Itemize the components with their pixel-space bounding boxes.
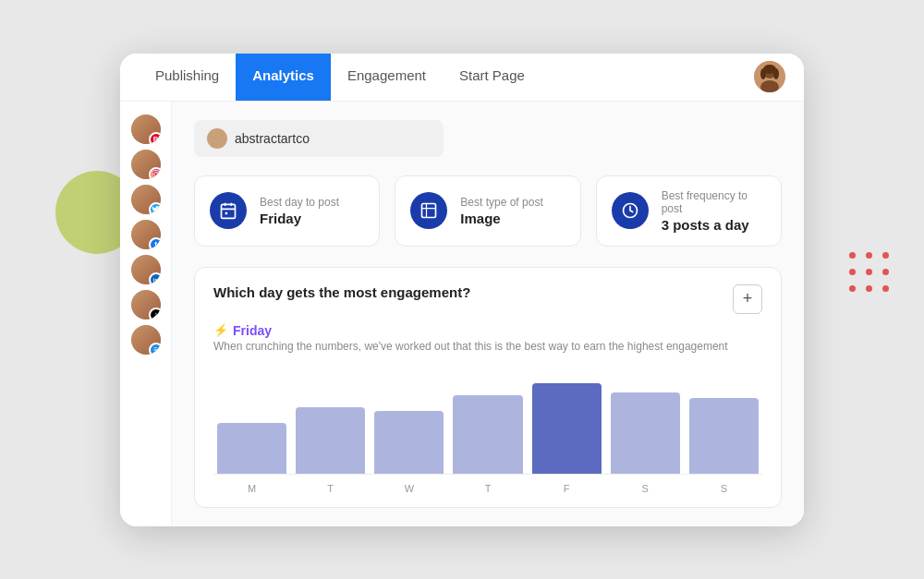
instagram-badge: [149, 167, 161, 179]
bar-group: [217, 364, 286, 474]
stat-value-best-type: Image: [460, 211, 542, 226]
stat-value-best-freq: 3 posts a day: [662, 217, 766, 233]
svg-rect-13: [225, 212, 228, 215]
stat-info-best-freq: Best frequency to post 3 posts a day: [662, 189, 766, 233]
bar-label-T: T: [296, 483, 365, 494]
account-avatar-small: [207, 128, 227, 149]
tab-engagement[interactable]: Engagement: [331, 54, 443, 102]
tiktok-badge: ♪: [149, 308, 161, 320]
stat-info-best-day: Best day to post Friday: [260, 196, 339, 226]
account-name: abstractartco: [235, 131, 310, 146]
lightning-icon: ⚡: [213, 323, 228, 337]
stat-card-best-freq: Best frequency to post 3 posts a day: [596, 175, 782, 247]
sidebar-item-tiktok[interactable]: ♪: [131, 290, 161, 320]
bar-label-S: S: [689, 483, 759, 494]
stat-label-best-freq: Best frequency to post: [662, 189, 766, 215]
bar-group: [296, 364, 365, 474]
sidebar-item-pinterest[interactable]: P: [131, 115, 161, 144]
tab-start-page[interactable]: Start Page: [443, 54, 541, 102]
bar-label-S: S: [611, 483, 680, 494]
bar-S-5: [611, 392, 680, 474]
chart-title: Which day gets the most engagement?: [213, 284, 470, 300]
tab-publishing[interactable]: Publishing: [139, 54, 236, 102]
chart-section: Which day gets the most engagement? + ⚡ …: [194, 267, 782, 508]
account-selector[interactable]: abstractartco: [194, 120, 444, 157]
buffer-badge: ≡: [149, 343, 161, 355]
bg-dots: [846, 249, 892, 295]
bar-M-0: [217, 423, 286, 474]
svg-point-4: [760, 68, 766, 79]
stat-card-best-day: Best day to post Friday: [194, 175, 380, 247]
pinterest-badge: P: [149, 132, 161, 144]
bar-label-W: W: [374, 483, 444, 494]
sidebar-item-twitter[interactable]: [131, 185, 161, 214]
image-icon: [410, 192, 447, 229]
sidebar-item-linkedin[interactable]: in: [131, 255, 161, 284]
calendar-icon: [210, 192, 247, 229]
chart-highlight: ⚡ Friday When crunching the numbers, we'…: [213, 323, 762, 353]
clock-icon: [612, 192, 649, 229]
bar-S-6: [689, 398, 759, 474]
main-layout: P: [120, 102, 804, 526]
stat-info-best-type: Best type of post Image: [460, 196, 542, 226]
twitter-badge: [149, 202, 161, 214]
app-container: Publishing Analytics Engagement Start Pa…: [120, 54, 804, 526]
top-nav: Publishing Analytics Engagement Start Pa…: [120, 54, 804, 102]
bar-T-1: [296, 407, 365, 474]
bar-chart: [213, 364, 762, 475]
svg-point-5: [773, 68, 779, 79]
bar-group: [611, 364, 680, 474]
sidebar-item-facebook[interactable]: f: [131, 220, 161, 249]
bar-F-4: [532, 383, 602, 474]
bar-label-T: T: [453, 483, 522, 494]
sidebar-item-buffer[interactable]: ≡: [131, 325, 161, 355]
bar-label-F: F: [532, 483, 602, 494]
stats-row: Best day to post Friday Best type of pos…: [194, 175, 782, 247]
stat-label-best-day: Best day to post: [260, 196, 339, 209]
chart-add-button[interactable]: +: [733, 284, 762, 314]
svg-rect-14: [422, 204, 436, 218]
stat-label-best-type: Best type of post: [460, 196, 542, 209]
linkedin-badge: in: [149, 272, 161, 284]
bar-group: [374, 364, 444, 474]
user-avatar[interactable]: [754, 61, 785, 92]
content-area: abstractartco Best day to post Friday: [172, 102, 804, 526]
highlight-day: ⚡ Friday: [213, 323, 762, 338]
bar-group: [532, 364, 602, 474]
highlight-description: When crunching the numbers, we've worked…: [213, 340, 762, 353]
sidebar: P: [120, 102, 172, 526]
bar-T-3: [453, 395, 522, 474]
bar-labels-row: MTWTFSS: [213, 478, 762, 494]
svg-rect-9: [222, 204, 236, 218]
tab-analytics[interactable]: Analytics: [236, 54, 331, 102]
sidebar-item-instagram[interactable]: [131, 150, 161, 179]
bar-W-2: [374, 411, 444, 474]
svg-point-8: [157, 172, 158, 173]
stat-card-best-type: Best type of post Image: [395, 175, 580, 247]
facebook-badge: f: [149, 237, 161, 249]
stat-value-best-day: Friday: [260, 211, 339, 226]
bar-label-M: M: [217, 483, 286, 494]
bar-group: [689, 364, 759, 474]
chart-header: Which day gets the most engagement? +: [213, 284, 762, 314]
svg-point-7: [154, 173, 158, 176]
bar-group: [453, 364, 522, 474]
